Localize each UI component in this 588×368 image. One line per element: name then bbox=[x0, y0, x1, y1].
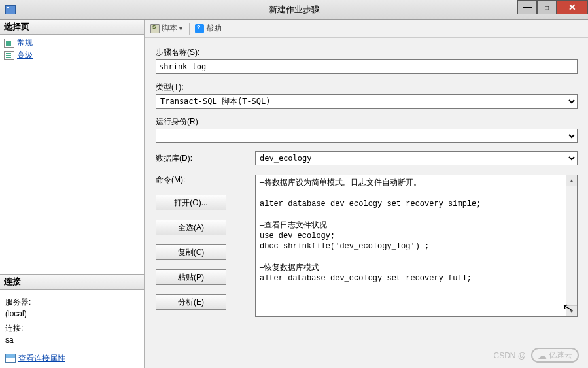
scroll-up-icon[interactable]: ▲ bbox=[566, 175, 577, 186]
minimize-button[interactable]: — bbox=[517, 0, 537, 14]
paste-button[interactable]: 粘贴(P) bbox=[156, 269, 226, 285]
help-label: 帮助 bbox=[206, 23, 222, 34]
type-row: 类型(T): Transact-SQL 脚本(T-SQL) bbox=[156, 82, 578, 109]
runas-label: 运行身份(R): bbox=[156, 116, 578, 127]
parse-button[interactable]: 分析(E) bbox=[156, 294, 226, 310]
command-textarea-wrap: ▲ ▼ bbox=[255, 175, 578, 317]
step-name-label: 步骤名称(S): bbox=[156, 47, 578, 58]
runas-select[interactable] bbox=[156, 129, 578, 143]
view-props-label: 查看连接属性 bbox=[18, 352, 65, 364]
select-page-header: 选择页 bbox=[0, 20, 144, 35]
spacer bbox=[0, 63, 144, 274]
main-area: 选择页 常规 高级 连接 服务器: (local) 连接: sa 查看连接属性 bbox=[0, 20, 588, 368]
select-all-button[interactable]: 全选(A) bbox=[156, 220, 226, 235]
command-left: 命令(M): 打开(O)... 全选(A) 复制(C) 粘贴(P) 分析(E) bbox=[156, 175, 255, 317]
right-panel: 脚本 ▼ 帮助 步骤名称(S): 类型(T): Transact-SQL 脚本(… bbox=[145, 20, 588, 368]
open-button[interactable]: 打开(O)... bbox=[156, 195, 226, 210]
app-icon bbox=[5, 5, 16, 14]
connection-icon bbox=[5, 354, 16, 363]
copy-button[interactable]: 复制(C) bbox=[156, 244, 226, 260]
connection-header: 连接 bbox=[0, 274, 144, 290]
help-icon bbox=[195, 24, 204, 33]
conn-value: sa bbox=[5, 334, 139, 346]
script-label: 脚本 bbox=[162, 23, 177, 34]
form-area: 步骤名称(S): 类型(T): Transact-SQL 脚本(T-SQL) 运… bbox=[145, 38, 588, 368]
nav-items: 常规 高级 bbox=[0, 35, 144, 63]
database-row: 数据库(D): dev_ecology bbox=[156, 151, 578, 165]
window-title: 新建作业步骤 bbox=[269, 4, 320, 16]
conn-label: 连接: bbox=[5, 322, 139, 334]
database-label: 数据库(D): bbox=[156, 153, 255, 164]
maximize-button[interactable]: □ bbox=[537, 0, 557, 14]
nav-item-general[interactable]: 常规 bbox=[0, 37, 144, 49]
nav-item-advanced[interactable]: 高级 bbox=[0, 49, 144, 61]
connection-body: 服务器: (local) 连接: sa 查看连接属性 bbox=[0, 290, 144, 368]
type-label: 类型(T): bbox=[156, 82, 578, 93]
separator bbox=[189, 23, 190, 35]
nav-label: 高级 bbox=[17, 50, 33, 61]
command-row: 命令(M): 打开(O)... 全选(A) 复制(C) 粘贴(P) 分析(E) … bbox=[156, 175, 578, 317]
close-button[interactable]: ✕ bbox=[557, 0, 588, 14]
command-textarea[interactable] bbox=[256, 175, 566, 316]
view-connection-props[interactable]: 查看连接属性 bbox=[5, 352, 139, 364]
left-panel: 选择页 常规 高级 连接 服务器: (local) 连接: sa 查看连接属性 bbox=[0, 20, 145, 368]
script-dropdown[interactable]: 脚本 ▼ bbox=[150, 23, 184, 34]
command-buttons: 打开(O)... 全选(A) 复制(C) 粘贴(P) 分析(E) bbox=[156, 195, 255, 310]
runas-row: 运行身份(R): bbox=[156, 116, 578, 143]
command-label: 命令(M): bbox=[156, 175, 255, 186]
step-name-row: 步骤名称(S): bbox=[156, 47, 578, 74]
server-label: 服务器: bbox=[5, 296, 139, 308]
nav-label: 常规 bbox=[17, 37, 33, 48]
window-controls: — □ ✕ bbox=[517, 0, 588, 14]
type-select[interactable]: Transact-SQL 脚本(T-SQL) bbox=[156, 94, 578, 109]
script-icon bbox=[150, 24, 160, 33]
connection-section: 连接 服务器: (local) 连接: sa 查看连接属性 bbox=[0, 274, 144, 368]
dropdown-icon: ▼ bbox=[178, 25, 184, 32]
toolbar: 脚本 ▼ 帮助 bbox=[145, 20, 588, 38]
step-name-input[interactable] bbox=[156, 59, 578, 74]
database-select[interactable]: dev_ecology bbox=[255, 151, 578, 165]
vertical-scrollbar[interactable]: ▲ ▼ bbox=[566, 175, 577, 316]
scroll-down-icon[interactable]: ▼ bbox=[566, 305, 577, 316]
page-icon bbox=[4, 51, 14, 60]
help-button[interactable]: 帮助 bbox=[195, 23, 222, 34]
page-icon bbox=[4, 39, 14, 48]
server-value: (local) bbox=[5, 308, 139, 320]
title-bar: 新建作业步骤 — □ ✕ bbox=[0, 0, 588, 20]
